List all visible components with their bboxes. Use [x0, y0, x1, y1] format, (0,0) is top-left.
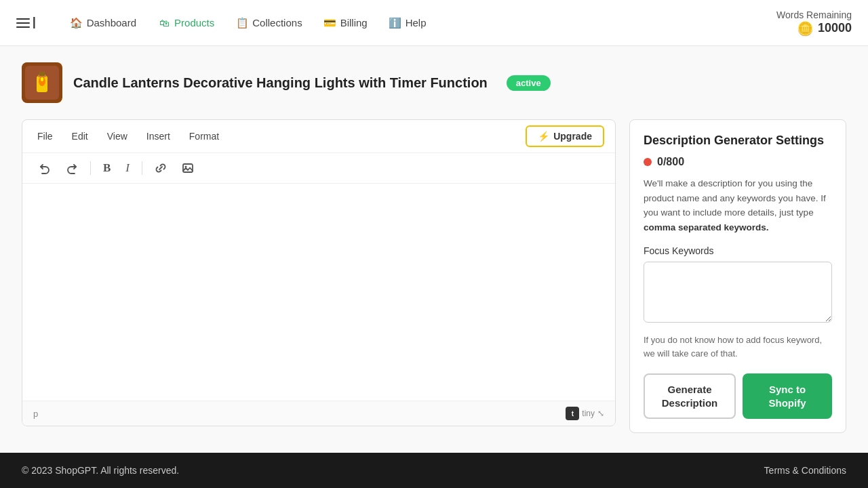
- toolbar-divider-2: [142, 161, 142, 175]
- nav-item-products[interactable]: 🛍 Products: [149, 12, 224, 35]
- terms-link[interactable]: Terms & Conditions: [764, 465, 846, 476]
- nav-label-collections: Collections: [252, 17, 302, 28]
- nav-item-billing[interactable]: 💳 Billing: [315, 12, 377, 35]
- svg-rect-7: [183, 164, 193, 172]
- hamburger-menu[interactable]: I: [16, 14, 47, 33]
- svg-rect-4: [39, 72, 45, 76]
- menu-insert[interactable]: Insert: [142, 128, 174, 144]
- dashboard-icon: 🏠: [71, 17, 83, 29]
- upgrade-button[interactable]: ⚡ Upgrade: [526, 125, 604, 147]
- editor-body[interactable]: [22, 184, 615, 401]
- nav-item-help[interactable]: ℹ️ Help: [380, 12, 436, 35]
- focus-keywords-label: Focus Keywords: [644, 245, 832, 256]
- header: I 🏠 Dashboard 🛍 Products 📋 Collections 💳…: [0, 0, 868, 46]
- editor-container: File Edit View Insert Format ⚡ Upgrade: [22, 119, 616, 426]
- redo-button[interactable]: [60, 159, 83, 177]
- panel-description: We'll make a description for you using t…: [644, 176, 832, 235]
- nav-label-billing: Billing: [340, 17, 368, 28]
- words-remaining: Words Remaining 🪙 10000: [776, 9, 852, 37]
- main-nav: 🏠 Dashboard 🛍 Products 📋 Collections 💳 B…: [61, 12, 771, 35]
- italic-button[interactable]: I: [120, 159, 135, 178]
- svg-point-6: [41, 77, 43, 81]
- menu-format[interactable]: Format: [185, 128, 223, 144]
- words-remaining-count: 🪙 10000: [797, 20, 852, 37]
- focus-keywords-textarea[interactable]: [644, 262, 832, 323]
- words-remaining-label: Words Remaining: [776, 9, 852, 20]
- copyright: © 2023 ShopGPT. All rights reserved.: [22, 465, 179, 476]
- toolbar-divider-1: [90, 161, 91, 175]
- svg-point-8: [185, 166, 187, 168]
- menu-view[interactable]: View: [103, 128, 132, 144]
- editor-section: File Edit View Insert Format ⚡ Upgrade: [22, 119, 846, 433]
- menu-edit[interactable]: Edit: [68, 128, 92, 144]
- collections-icon: 📋: [236, 17, 248, 29]
- main-content: Candle Lanterns Decorative Hanging Light…: [0, 46, 868, 453]
- nav-item-collections[interactable]: 📋 Collections: [226, 12, 311, 35]
- panel-actions: Generate Description Sync to Shopify: [644, 373, 832, 419]
- cursor-icon: I: [32, 14, 37, 33]
- tiny-logo-icon: t: [566, 407, 579, 420]
- paragraph-tag: p: [33, 409, 38, 419]
- tiny-label: tiny: [582, 409, 595, 418]
- nav-label-dashboard: Dashboard: [87, 17, 136, 28]
- products-icon: 🛍: [158, 17, 170, 29]
- product-header: Candle Lanterns Decorative Hanging Light…: [22, 62, 846, 103]
- editor-menubar: File Edit View Insert Format ⚡ Upgrade: [22, 120, 615, 153]
- billing-icon: 💳: [324, 17, 336, 29]
- coin-icon: 🪙: [797, 20, 814, 37]
- resize-icon: ⤡: [597, 409, 604, 418]
- sync-to-shopify-button[interactable]: Sync to Shopify: [743, 373, 832, 419]
- char-count: 0/800: [644, 156, 832, 168]
- menu-file[interactable]: File: [33, 128, 57, 144]
- editor-toolbar: B I: [22, 153, 615, 184]
- undo-button[interactable]: [33, 159, 56, 177]
- nav-item-dashboard[interactable]: 🏠 Dashboard: [61, 12, 146, 35]
- lightning-icon: ⚡: [538, 131, 549, 142]
- tiny-logo: t tiny ⤡: [566, 407, 604, 420]
- upgrade-label: Upgrade: [553, 131, 592, 142]
- nav-label-products: Products: [174, 17, 214, 28]
- active-badge: active: [507, 75, 551, 91]
- image-button[interactable]: [176, 159, 199, 177]
- link-button[interactable]: [149, 159, 172, 177]
- editor-footer: p t tiny ⤡: [22, 401, 615, 426]
- footer: © 2023 ShopGPT. All rights reserved. Ter…: [0, 453, 868, 488]
- settings-panel: Description Generator Settings 0/800 We'…: [629, 119, 846, 433]
- panel-description-bold: comma separated keywords.: [644, 222, 769, 232]
- product-title: Candle Lanterns Decorative Hanging Light…: [73, 75, 488, 91]
- nav-label-help: Help: [406, 17, 427, 28]
- generate-description-button[interactable]: Generate Description: [644, 373, 736, 419]
- red-dot-icon: [644, 158, 652, 166]
- hint-text: If you do not know how to add focus keyw…: [644, 333, 832, 360]
- char-count-text: 0/800: [657, 156, 684, 168]
- panel-title: Description Generator Settings: [644, 134, 832, 148]
- product-thumbnail: [22, 62, 62, 103]
- bold-button[interactable]: B: [98, 159, 116, 178]
- help-icon: ℹ️: [389, 17, 401, 29]
